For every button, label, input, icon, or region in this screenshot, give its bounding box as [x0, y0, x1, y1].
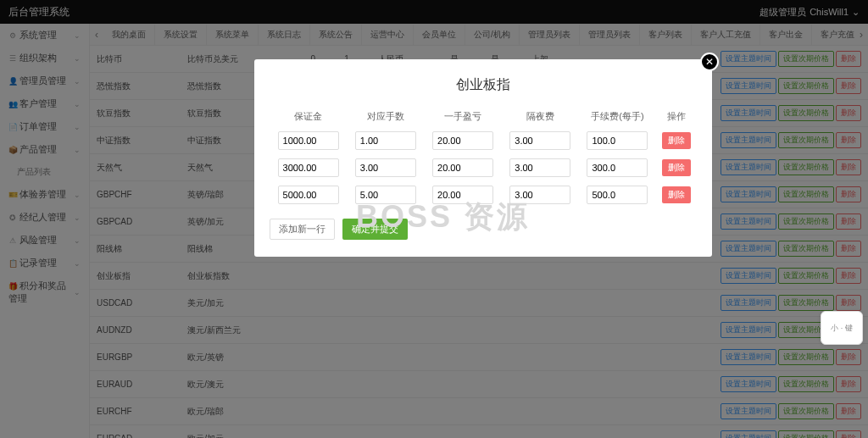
modal-row: 删除 — [270, 181, 697, 208]
modal-table: 保证金对应手数一手盈亏隔夜费手续费(每手)操作 删除删除删除 — [270, 106, 697, 208]
float-widget[interactable]: 小 · 键 — [821, 311, 863, 345]
close-icon[interactable]: ✕ — [700, 53, 719, 71]
overnight-input[interactable] — [509, 158, 570, 177]
modal-header: 隔夜费 — [502, 106, 579, 127]
submit-button[interactable]: 确定并提交 — [342, 219, 408, 240]
modal-row: 删除 — [270, 154, 697, 181]
lots-input[interactable] — [355, 131, 416, 150]
modal-header: 对应手数 — [347, 106, 424, 127]
deposit-input[interactable] — [278, 186, 339, 204]
lots-input[interactable] — [355, 158, 416, 177]
overnight-input[interactable] — [509, 131, 570, 150]
pnl-input[interactable] — [432, 158, 493, 177]
lots-input[interactable] — [355, 186, 416, 204]
add-row-button[interactable]: 添加新一行 — [270, 219, 335, 240]
row-delete-button[interactable]: 删除 — [662, 132, 691, 149]
modal-row: 删除 — [270, 127, 697, 154]
fee-input[interactable] — [587, 186, 648, 204]
fee-input[interactable] — [587, 131, 648, 150]
deposit-input[interactable] — [278, 131, 339, 150]
modal-header: 手续费(每手) — [579, 106, 656, 127]
row-delete-button[interactable]: 删除 — [662, 186, 691, 203]
overnight-input[interactable] — [509, 186, 570, 204]
modal-title: 创业板指 — [270, 76, 697, 94]
pnl-input[interactable] — [432, 186, 493, 204]
pnl-input[interactable] — [432, 131, 493, 150]
row-delete-button[interactable]: 删除 — [662, 159, 691, 176]
fee-input[interactable] — [587, 158, 648, 177]
modal-dialog: ✕ 创业板指 保证金对应手数一手盈亏隔夜费手续费(每手)操作 删除删除删除 添加… — [254, 59, 712, 257]
deposit-input[interactable] — [278, 158, 339, 177]
modal-header: 保证金 — [270, 106, 347, 127]
modal-header: 一手盈亏 — [424, 106, 501, 127]
modal-header: 操作 — [656, 106, 697, 127]
